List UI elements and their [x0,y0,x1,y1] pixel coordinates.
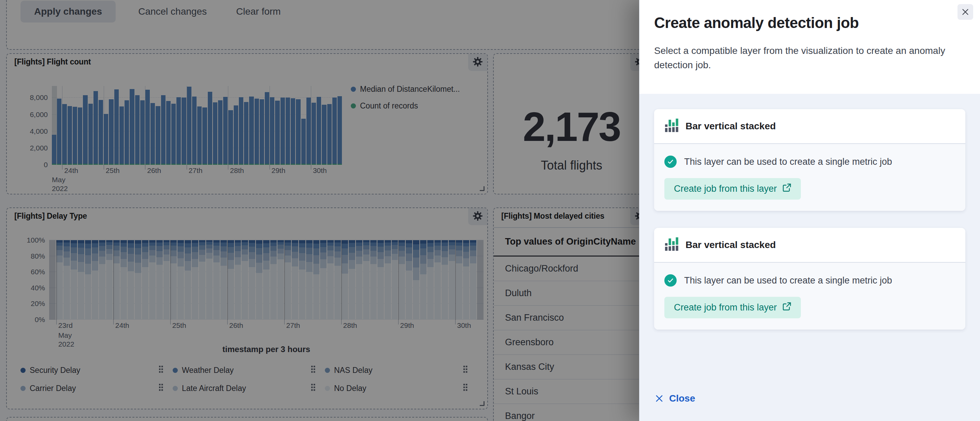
layer-card: Bar vertical stacked This layer can be u… [654,109,965,211]
layer-card-title: Bar vertical stacked [686,240,776,250]
flyout-close-link[interactable]: Close [655,393,695,404]
bar-vertical-stacked-icon [664,118,679,134]
layer-card-body: This layer can be used to create a singl… [654,143,965,211]
external-link-icon [783,302,791,313]
create-job-button-label: Create job from this layer [674,302,777,313]
create-job-button-label: Create job from this layer [674,184,777,194]
flyout-body: Bar vertical stacked This layer can be u… [640,94,980,421]
layer-card-title: Bar vertical stacked [686,121,776,132]
flyout-close-button[interactable] [958,4,973,20]
bar-vertical-stacked-icon [664,237,679,253]
flyout-title: Create anomaly detection job [654,14,859,32]
create-job-button[interactable]: Create job from this layer [664,178,801,200]
external-link-icon [783,183,791,194]
create-job-button[interactable]: Create job from this layer [664,297,801,318]
layer-card-body: This layer can be used to create a singl… [654,262,965,330]
close-icon [655,394,664,403]
check-circle-icon [664,156,677,168]
layer-card: Bar vertical stacked This layer can be u… [654,228,965,330]
flyout-close-link-label: Close [669,393,695,404]
layer-card-header: Bar vertical stacked [654,109,965,143]
close-icon [961,8,969,16]
create-anomaly-job-flyout: Create anomaly detection job Select a co… [639,0,980,421]
layer-compatibility-text: This layer can be used to create a singl… [684,275,892,286]
check-circle-icon [664,274,677,287]
flyout-description: Select a compatible layer from the visua… [654,44,975,72]
layer-compatibility-text: This layer can be used to create a singl… [684,157,892,167]
layer-card-header: Bar vertical stacked [654,228,965,262]
